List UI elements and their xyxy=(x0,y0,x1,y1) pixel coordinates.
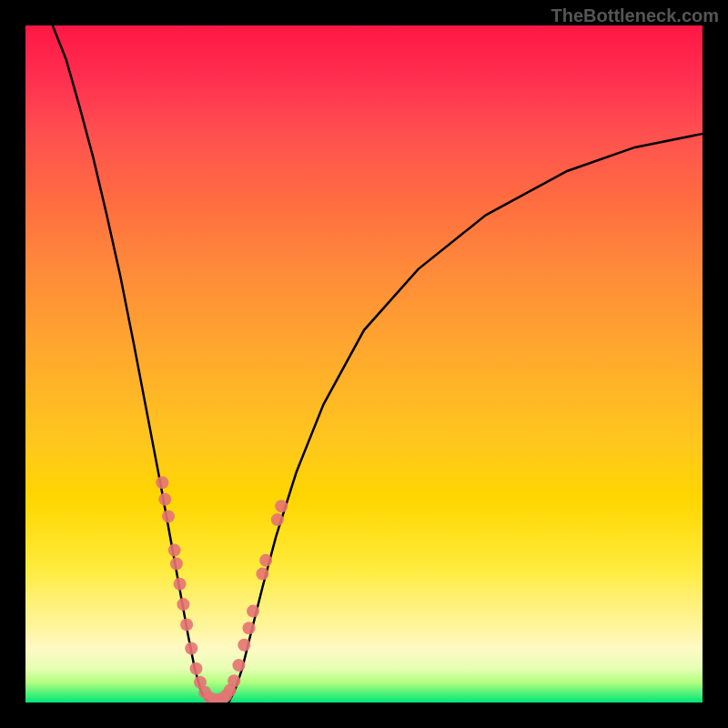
scatter-dot xyxy=(156,476,168,489)
scatter-dot xyxy=(190,662,203,675)
scatter-dot xyxy=(271,513,284,526)
scatter-dot xyxy=(232,659,245,672)
scatter-dot xyxy=(174,578,187,591)
scatter-dot xyxy=(247,605,259,618)
scatter-dot xyxy=(168,544,181,557)
scatter-dot xyxy=(238,639,250,652)
scatter-dot xyxy=(275,500,288,512)
scatter-dot xyxy=(259,554,272,567)
scatter-dots xyxy=(156,476,288,703)
scatter-dot xyxy=(180,618,193,631)
chart-svg xyxy=(25,25,703,703)
scatter-dot xyxy=(162,510,175,522)
curve-right xyxy=(228,134,703,703)
scatter-dot xyxy=(256,568,268,581)
scatter-dot xyxy=(228,674,240,687)
scatter-dot xyxy=(170,558,183,571)
scatter-dot xyxy=(158,493,171,506)
watermark-text: TheBottleneck.com xyxy=(551,5,719,26)
scatter-dot xyxy=(177,598,189,611)
scatter-dot xyxy=(185,642,197,655)
scatter-dot xyxy=(243,622,256,634)
plot-area xyxy=(25,25,703,703)
